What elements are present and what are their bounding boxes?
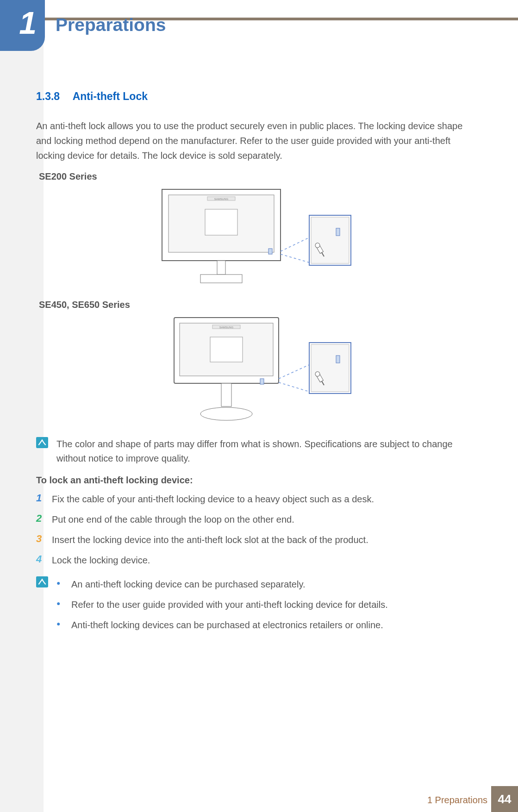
svg-rect-2: [205, 209, 237, 235]
step-text: Fix the cable of your anti-theft locking…: [52, 492, 374, 506]
step-number: 2: [36, 512, 52, 526]
svg-rect-17: [210, 337, 243, 362]
bullet-icon: ●: [56, 618, 71, 632]
series2-label: SE450, SE650 Series: [39, 300, 481, 310]
svg-rect-31: [36, 576, 48, 587]
footer: 1 Preparations 44: [0, 786, 518, 812]
bullet-item: ●An anti-theft locking device can be pur…: [56, 577, 388, 591]
chapter-title: Preparations: [56, 15, 166, 35]
step-2: 2Put one end of the cable through the lo…: [36, 512, 481, 526]
svg-rect-26: [336, 356, 340, 363]
note-row-1: The color and shape of parts may differ …: [36, 437, 481, 466]
svg-rect-6: [268, 249, 272, 254]
svg-rect-19: [221, 383, 231, 406]
note-icon: [36, 576, 49, 587]
brand-label: SAMSUNG: [214, 198, 229, 200]
series1-label: SE200 Series: [39, 171, 481, 182]
section-heading: 1.3.8 Anti-theft Lock: [36, 90, 481, 103]
step-number: 4: [36, 553, 52, 567]
steps-list: 1Fix the cable of your anti-theft lockin…: [36, 492, 481, 567]
monitor-se200-illustration: SAMSUNG: [161, 188, 356, 290]
figure-se200: SAMSUNG: [36, 188, 481, 290]
step-text: Put one end of the cable through the loo…: [52, 512, 294, 526]
bullet-text: An anti-theft locking device can be purc…: [71, 577, 306, 591]
svg-rect-30: [36, 437, 48, 448]
bullet-item: ●Refer to the user guide provided with y…: [56, 598, 388, 612]
svg-point-20: [200, 407, 252, 420]
svg-rect-4: [217, 261, 225, 275]
note-icon: [36, 437, 49, 448]
brand-label-2: SAMSUNG: [219, 326, 234, 329]
bullet-item: ●Anti-theft locking devices can be purch…: [56, 618, 388, 632]
svg-line-22: [279, 365, 309, 379]
svg-rect-11: [336, 228, 340, 236]
bullet-icon: ●: [56, 598, 71, 612]
instructions-heading: To lock an anti-theft locking device:: [36, 475, 481, 486]
section-title: Anti-theft Lock: [73, 90, 148, 102]
chapter-tab: 1: [0, 0, 45, 51]
svg-rect-10: [311, 217, 349, 263]
intro-paragraph: An anti-theft lock allows you to use the…: [36, 119, 481, 163]
page-content: 1.3.8 Anti-theft Lock An anti-theft lock…: [36, 90, 481, 638]
monitor-se450-illustration: SAMSUNG: [161, 317, 356, 428]
step-number: 1: [36, 492, 52, 506]
footer-label: 1 Preparations: [427, 795, 487, 806]
footer-page: 44: [491, 786, 518, 812]
bullet-text: Refer to the user guide provided with yo…: [71, 598, 388, 612]
svg-rect-5: [200, 275, 242, 283]
chapter-number: 1: [19, 5, 37, 41]
note-row-2: ●An anti-theft locking device can be pur…: [36, 575, 481, 638]
svg-rect-25: [311, 344, 349, 392]
note-text-1: The color and shape of parts may differ …: [56, 437, 481, 466]
step-number: 3: [36, 533, 52, 547]
svg-line-7: [281, 237, 309, 251]
step-4: 4Lock the locking device.: [36, 553, 481, 567]
step-3: 3Insert the locking device into the anti…: [36, 533, 481, 547]
step-1: 1Fix the cable of your anti-theft lockin…: [36, 492, 481, 506]
bullet-text: Anti-theft locking devices can be purcha…: [71, 618, 383, 632]
svg-line-8: [281, 254, 309, 262]
svg-rect-21: [260, 379, 264, 384]
step-text: Lock the locking device.: [52, 553, 150, 567]
note-bullet-list: ●An anti-theft locking device can be pur…: [56, 575, 388, 638]
section-number: 1.3.8: [36, 90, 60, 102]
figure-se450: SAMSUNG: [36, 317, 481, 428]
svg-line-23: [279, 382, 309, 392]
step-text: Insert the locking device into the anti-…: [52, 533, 368, 547]
bullet-icon: ●: [56, 577, 71, 591]
